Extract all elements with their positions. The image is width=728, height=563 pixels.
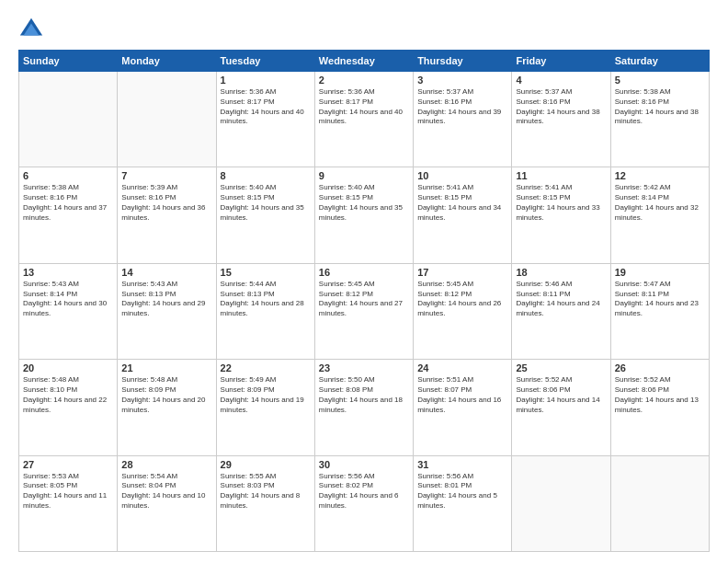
day-info: Sunrise: 5:42 AM Sunset: 8:14 PM Dayligh…: [615, 183, 705, 223]
calendar-header-day: Monday: [118, 51, 216, 72]
day-number: 29: [221, 459, 311, 470]
calendar-cell: 8Sunrise: 5:40 AM Sunset: 8:15 PM Daylig…: [216, 167, 314, 263]
calendar-cell: 25Sunrise: 5:52 AM Sunset: 8:06 PM Dayli…: [512, 360, 610, 455]
calendar-cell: 18Sunrise: 5:46 AM Sunset: 8:11 PM Dayli…: [512, 263, 610, 359]
calendar-cell: 31Sunrise: 5:56 AM Sunset: 8:01 PM Dayli…: [414, 455, 512, 551]
day-number: 1: [221, 75, 311, 86]
calendar-cell: 9Sunrise: 5:40 AM Sunset: 8:15 PM Daylig…: [314, 167, 413, 263]
day-info: Sunrise: 5:41 AM Sunset: 8:15 PM Dayligh…: [417, 183, 507, 223]
day-number: 5: [615, 75, 705, 86]
logo: [18, 17, 48, 42]
day-info: Sunrise: 5:51 AM Sunset: 8:07 PM Dayligh…: [417, 375, 507, 415]
day-number: 17: [417, 267, 507, 278]
day-number: 11: [516, 170, 606, 181]
calendar-cell: 19Sunrise: 5:47 AM Sunset: 8:11 PM Dayli…: [610, 263, 709, 359]
day-info: Sunrise: 5:47 AM Sunset: 8:11 PM Dayligh…: [615, 280, 705, 319]
day-number: 9: [319, 170, 409, 181]
day-number: 30: [319, 459, 409, 470]
day-info: Sunrise: 5:40 AM Sunset: 8:15 PM Dayligh…: [221, 183, 311, 223]
calendar-cell: 15Sunrise: 5:44 AM Sunset: 8:13 PM Dayli…: [216, 263, 314, 359]
day-info: Sunrise: 5:45 AM Sunset: 8:12 PM Dayligh…: [417, 280, 507, 319]
calendar-cell: 23Sunrise: 5:50 AM Sunset: 8:08 PM Dayli…: [314, 360, 413, 455]
day-number: 8: [221, 170, 311, 181]
calendar-cell: 13Sunrise: 5:43 AM Sunset: 8:14 PM Dayli…: [19, 263, 118, 359]
calendar-cell: 14Sunrise: 5:43 AM Sunset: 8:13 PM Dayli…: [118, 263, 216, 359]
day-info: Sunrise: 5:38 AM Sunset: 8:16 PM Dayligh…: [615, 87, 705, 127]
day-number: 27: [23, 459, 113, 470]
calendar-cell: 3Sunrise: 5:37 AM Sunset: 8:16 PM Daylig…: [414, 72, 512, 167]
day-number: 18: [516, 267, 606, 278]
calendar-cell: 1Sunrise: 5:36 AM Sunset: 8:17 PM Daylig…: [216, 72, 314, 167]
day-info: Sunrise: 5:56 AM Sunset: 8:02 PM Dayligh…: [319, 472, 409, 511]
day-info: Sunrise: 5:41 AM Sunset: 8:15 PM Dayligh…: [516, 183, 606, 223]
day-info: Sunrise: 5:56 AM Sunset: 8:01 PM Dayligh…: [417, 472, 507, 511]
calendar-week-row: 6Sunrise: 5:38 AM Sunset: 8:16 PM Daylig…: [19, 167, 710, 263]
day-number: 24: [417, 362, 507, 373]
calendar-cell: 29Sunrise: 5:55 AM Sunset: 8:03 PM Dayli…: [216, 455, 314, 551]
day-number: 15: [221, 267, 311, 278]
day-number: 14: [121, 267, 211, 278]
calendar-cell: 5Sunrise: 5:38 AM Sunset: 8:16 PM Daylig…: [610, 72, 709, 167]
logo-icon: [18, 17, 44, 42]
day-info: Sunrise: 5:44 AM Sunset: 8:13 PM Dayligh…: [221, 280, 311, 319]
day-info: Sunrise: 5:40 AM Sunset: 8:15 PM Dayligh…: [319, 183, 409, 223]
day-info: Sunrise: 5:46 AM Sunset: 8:11 PM Dayligh…: [516, 280, 606, 319]
day-info: Sunrise: 5:43 AM Sunset: 8:14 PM Dayligh…: [23, 280, 113, 319]
day-info: Sunrise: 5:50 AM Sunset: 8:08 PM Dayligh…: [319, 375, 409, 415]
day-info: Sunrise: 5:49 AM Sunset: 8:09 PM Dayligh…: [221, 375, 311, 415]
calendar-header-day: Tuesday: [216, 51, 314, 72]
calendar-cell: 17Sunrise: 5:45 AM Sunset: 8:12 PM Dayli…: [414, 263, 512, 359]
day-info: Sunrise: 5:38 AM Sunset: 8:16 PM Dayligh…: [23, 183, 113, 223]
day-info: Sunrise: 5:52 AM Sunset: 8:06 PM Dayligh…: [516, 375, 606, 415]
calendar-cell: [610, 455, 709, 551]
calendar-header-day: Friday: [512, 51, 610, 72]
calendar-cell: 2Sunrise: 5:36 AM Sunset: 8:17 PM Daylig…: [314, 72, 413, 167]
day-number: 7: [121, 170, 211, 181]
day-info: Sunrise: 5:54 AM Sunset: 8:04 PM Dayligh…: [121, 472, 211, 511]
calendar-cell: 4Sunrise: 5:37 AM Sunset: 8:16 PM Daylig…: [512, 72, 610, 167]
calendar-cell: 6Sunrise: 5:38 AM Sunset: 8:16 PM Daylig…: [19, 167, 118, 263]
day-number: 31: [417, 459, 507, 470]
day-number: 6: [23, 170, 113, 181]
calendar-header-row: SundayMondayTuesdayWednesdayThursdayFrid…: [19, 51, 710, 72]
calendar-week-row: 1Sunrise: 5:36 AM Sunset: 8:17 PM Daylig…: [19, 72, 710, 167]
calendar-header-day: Saturday: [610, 51, 709, 72]
calendar-cell: 30Sunrise: 5:56 AM Sunset: 8:02 PM Dayli…: [314, 455, 413, 551]
day-number: 10: [417, 170, 507, 181]
calendar-cell: 10Sunrise: 5:41 AM Sunset: 8:15 PM Dayli…: [414, 167, 512, 263]
calendar-cell: [512, 455, 610, 551]
calendar-cell: [118, 72, 216, 167]
calendar-cell: 16Sunrise: 5:45 AM Sunset: 8:12 PM Dayli…: [314, 263, 413, 359]
calendar-cell: 24Sunrise: 5:51 AM Sunset: 8:07 PM Dayli…: [414, 360, 512, 455]
day-info: Sunrise: 5:48 AM Sunset: 8:10 PM Dayligh…: [23, 375, 113, 415]
day-number: 16: [319, 267, 409, 278]
day-info: Sunrise: 5:53 AM Sunset: 8:05 PM Dayligh…: [23, 472, 113, 511]
day-number: 21: [121, 362, 211, 373]
calendar-header-day: Thursday: [414, 51, 512, 72]
calendar-week-row: 13Sunrise: 5:43 AM Sunset: 8:14 PM Dayli…: [19, 263, 710, 359]
day-info: Sunrise: 5:55 AM Sunset: 8:03 PM Dayligh…: [221, 472, 311, 511]
calendar-cell: 11Sunrise: 5:41 AM Sunset: 8:15 PM Dayli…: [512, 167, 610, 263]
day-number: 22: [221, 362, 311, 373]
calendar-header-day: Wednesday: [314, 51, 413, 72]
day-info: Sunrise: 5:36 AM Sunset: 8:17 PM Dayligh…: [221, 87, 311, 127]
calendar-cell: 26Sunrise: 5:52 AM Sunset: 8:06 PM Dayli…: [610, 360, 709, 455]
day-info: Sunrise: 5:37 AM Sunset: 8:16 PM Dayligh…: [516, 87, 606, 127]
day-info: Sunrise: 5:45 AM Sunset: 8:12 PM Dayligh…: [319, 280, 409, 319]
page: SundayMondayTuesdayWednesdayThursdayFrid…: [0, 0, 728, 563]
day-info: Sunrise: 5:43 AM Sunset: 8:13 PM Dayligh…: [121, 280, 211, 319]
calendar-week-row: 27Sunrise: 5:53 AM Sunset: 8:05 PM Dayli…: [19, 455, 710, 551]
day-info: Sunrise: 5:39 AM Sunset: 8:16 PM Dayligh…: [121, 183, 211, 223]
day-number: 26: [615, 362, 705, 373]
day-number: 20: [23, 362, 113, 373]
calendar-cell: 7Sunrise: 5:39 AM Sunset: 8:16 PM Daylig…: [118, 167, 216, 263]
calendar-cell: 21Sunrise: 5:48 AM Sunset: 8:09 PM Dayli…: [118, 360, 216, 455]
calendar-header-day: Sunday: [19, 51, 118, 72]
calendar-cell: 12Sunrise: 5:42 AM Sunset: 8:14 PM Dayli…: [610, 167, 709, 263]
day-number: 3: [417, 75, 507, 86]
day-number: 23: [319, 362, 409, 373]
calendar-week-row: 20Sunrise: 5:48 AM Sunset: 8:10 PM Dayli…: [19, 360, 710, 455]
calendar-cell: 20Sunrise: 5:48 AM Sunset: 8:10 PM Dayli…: [19, 360, 118, 455]
day-number: 4: [516, 75, 606, 86]
calendar-cell: 27Sunrise: 5:53 AM Sunset: 8:05 PM Dayli…: [19, 455, 118, 551]
